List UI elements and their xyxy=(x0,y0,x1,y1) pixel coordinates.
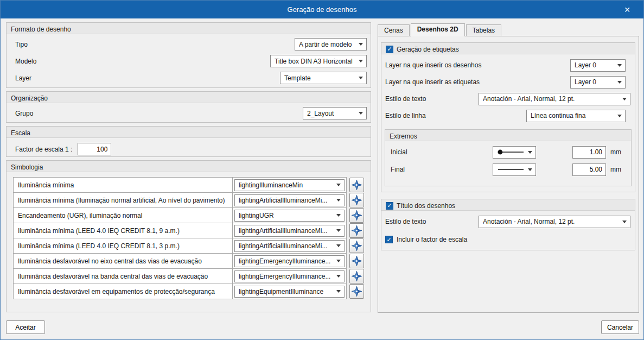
titulo-rows: Estilo de texto Anotación - Arial, Norma… xyxy=(381,211,635,233)
compass-icon xyxy=(351,194,362,206)
layer-label: Layer xyxy=(15,74,31,82)
select-in-model-button[interactable] xyxy=(349,269,364,284)
layer-combobox[interactable]: Template xyxy=(280,72,367,84)
chevron-down-icon xyxy=(336,214,341,217)
sym-label: Iluminância mínima (LEED 4.0 IEQ CREDIT … xyxy=(13,223,233,238)
grupo-value: 2_Layout xyxy=(307,110,355,117)
layer-etiquetas-value: Layer 0 xyxy=(575,78,614,86)
chevron-down-icon xyxy=(359,60,363,62)
chevron-down-icon xyxy=(359,112,363,115)
dot-line-symbol-icon xyxy=(497,149,525,155)
row-estilo-linha: Estilo de linha Línea continua fina xyxy=(385,109,630,122)
layer-etiquetas-combobox[interactable]: Layer 0 xyxy=(570,76,626,89)
etiquetas-checkbox[interactable]: ✓ xyxy=(386,46,393,53)
estilo-linha-combobox[interactable]: Línea continua fina xyxy=(526,110,626,122)
sym-combobox[interactable]: lightingIlluminanceMin xyxy=(234,179,345,191)
modelo-combobox[interactable]: Title box DIN A3 Horizontal xyxy=(270,55,367,67)
sym-value: lightingEmergencyIlluminance... xyxy=(239,257,333,265)
close-button[interactable]: ✕ xyxy=(619,1,636,18)
dialog-title: Geração de desenhos xyxy=(288,5,357,14)
layer-etiquetas-label: Layer na que inserir as etiquetas xyxy=(385,78,480,86)
sym-combobox[interactable]: lightingEmergencyIlluminance... xyxy=(234,270,345,282)
inicial-mm-input[interactable] xyxy=(572,146,606,159)
select-in-model-button[interactable] xyxy=(349,223,364,238)
titulo-checkbox[interactable]: ✓ xyxy=(386,202,393,210)
group-extremos: Extremos Inicial mm xyxy=(385,129,632,186)
group-simbologia: Simbologia Iluminância mínima lightingIl… xyxy=(6,160,371,312)
line-symbol-icon xyxy=(497,167,525,172)
group-titulo-title: Título dos desenhos xyxy=(397,202,455,210)
inicial-unit-label: mm xyxy=(610,148,622,156)
estilo-linha-label: Estilo de linha xyxy=(385,112,426,119)
cancel-button[interactable]: Cancelar xyxy=(601,320,639,334)
titulo-estilo-texto-combobox[interactable]: Anotación - Arial, Normal, 12 pt. xyxy=(479,216,630,228)
sym-value: lightingArtificialIlluminanceMi... xyxy=(239,197,333,204)
row-final: Final mm xyxy=(391,163,622,176)
sym-combobox[interactable]: lightingEquipmentIlluminance xyxy=(234,286,345,298)
row-estilo-texto: Estilo de texto Anotación - Arial, Norma… xyxy=(385,92,630,105)
chevron-down-icon xyxy=(617,115,622,117)
sym-value: lightingArtificialIlluminanceMi... xyxy=(239,227,333,235)
sym-combobox[interactable]: lightingEmergencyIlluminance... xyxy=(234,255,345,267)
compass-icon xyxy=(351,270,362,282)
tipo-combobox[interactable]: A partir de modelo xyxy=(295,38,367,51)
sym-combobox[interactable]: lightingArtificialIlluminanceMi... xyxy=(234,194,345,206)
select-in-model-button[interactable] xyxy=(349,284,364,299)
tipo-label: Tipo xyxy=(15,41,28,48)
compass-icon xyxy=(351,179,362,191)
organizacao-rows: Grupo 2_Layout xyxy=(7,103,371,119)
sym-combobox[interactable]: lightingUGR xyxy=(234,210,345,222)
row-grupo: Grupo 2_Layout xyxy=(15,107,367,119)
sym-cell: lightingArtificialIlluminanceMi... xyxy=(232,223,347,238)
titlebar: Geração de desenhos ✕ xyxy=(1,1,643,18)
select-in-model-button[interactable] xyxy=(349,254,364,268)
grupo-label: Grupo xyxy=(15,110,33,117)
sym-combobox[interactable]: lightingArtificialIlluminanceMi... xyxy=(234,225,345,237)
final-unit-label: mm xyxy=(610,166,622,173)
compass-icon xyxy=(351,210,362,221)
grupo-combobox[interactable]: 2_Layout xyxy=(303,107,367,119)
compass-icon xyxy=(351,240,362,251)
tab-tabelas[interactable]: Tabelas xyxy=(466,24,501,36)
final-mm-input[interactable] xyxy=(572,163,606,176)
tab-desenhos-2d[interactable]: Desenhos 2D xyxy=(411,23,465,36)
chevron-down-icon xyxy=(336,260,341,262)
estilo-texto-value: Anotación - Arial, Normal, 12 pt. xyxy=(483,95,619,103)
sym-combobox[interactable]: lightingArtificialIlluminanceMi... xyxy=(234,240,345,252)
sym-cell: lightingEmergencyIlluminance... xyxy=(232,268,347,284)
select-in-model-button[interactable] xyxy=(349,208,364,223)
tab-cenas[interactable]: Cenas xyxy=(378,24,410,36)
titulo-estilo-texto-value: Anotación - Arial, Normal, 12 pt. xyxy=(483,218,619,225)
estilo-linha-value: Línea continua fina xyxy=(531,112,614,119)
sym-cell: lightingArtificialIlluminanceMi... xyxy=(232,238,347,254)
sym-label: Iluminância desfavorável em equipamentos… xyxy=(13,284,233,299)
select-in-model-button[interactable] xyxy=(349,193,364,207)
sym-value: lightingEmergencyIlluminance... xyxy=(239,273,333,280)
chevron-down-icon xyxy=(359,77,363,79)
chevron-down-icon xyxy=(336,184,341,186)
select-in-model-button[interactable] xyxy=(349,238,364,253)
layer-desenhos-combobox[interactable]: Layer 0 xyxy=(570,59,626,72)
estilo-texto-combobox[interactable]: Anotación - Arial, Normal, 12 pt. xyxy=(479,93,630,105)
row-layer-desenhos: Layer na que inserir os desenhos Layer 0 xyxy=(385,59,630,72)
incluir-escala-checkbox[interactable]: ✓ xyxy=(385,236,393,243)
group-organizacao-title: Organização xyxy=(7,92,371,103)
select-in-model-button[interactable] xyxy=(349,178,364,192)
close-icon: ✕ xyxy=(624,5,630,14)
incluir-escala-label: Incluir o factor de escala xyxy=(397,236,467,243)
layer-desenhos-value: Layer 0 xyxy=(575,61,614,69)
table-row: Iluminância mínima lightingIlluminanceMi… xyxy=(13,177,371,193)
sym-value: lightingIlluminanceMin xyxy=(239,181,333,189)
factor-escala-input[interactable] xyxy=(78,143,111,155)
group-etiquetas-header: ✓ Geração de etiquetas xyxy=(381,43,635,54)
inicial-extremo-combobox[interactable] xyxy=(493,146,536,159)
sym-cell: lightingUGR xyxy=(232,207,347,223)
modelo-label: Modelo xyxy=(15,58,36,65)
group-titulo-dos-desenhos: ✓ Título dos desenhos Estilo de texto An… xyxy=(381,199,635,250)
row-factor-escala: Factor de escala 1 : xyxy=(7,138,371,155)
accept-button[interactable]: Aceitar xyxy=(6,320,45,334)
final-extremo-combobox[interactable] xyxy=(493,163,536,176)
titulo-estilo-texto-label: Estilo de texto xyxy=(385,218,426,225)
chevron-down-icon xyxy=(336,199,341,202)
row-tipo: Tipo A partir de modelo xyxy=(15,38,367,51)
